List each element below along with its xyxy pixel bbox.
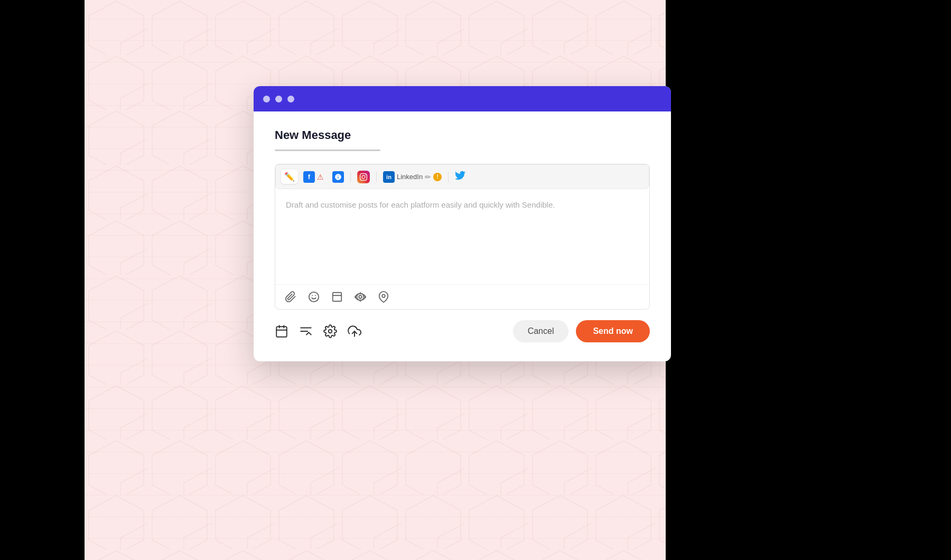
svg-point-8 [357,294,364,301]
compose-placeholder: Draft and customise posts for each platf… [286,200,555,209]
titlebar-dot-2 [275,96,282,102]
titlebar-dot-1 [263,96,270,102]
svg-point-16 [329,330,332,333]
svg-point-9 [382,294,385,297]
location-button[interactable] [377,290,390,304]
emoji-button[interactable] [307,290,321,304]
tab-divider-2 [376,172,377,182]
tab-twitter[interactable] [452,168,469,185]
linkedin-pencil-icon: ✏ [425,173,431,181]
facebook-warning-icon: ⚠ [317,173,324,181]
svg-point-3 [309,292,319,302]
instagram-icon [357,171,370,183]
bottom-actions: Cancel Send now [275,310,650,347]
tab-linkedin[interactable]: in LinkedIn ✏ ! [380,169,445,185]
preview-button[interactable] [353,290,367,304]
modal-titlebar [254,86,671,111]
tab-divider-3 [448,172,449,182]
platform-tabs: ✏️ f ⚠ [275,164,649,189]
facebook-page-icon [332,171,344,183]
modal-body: New Message ✏️ f ⚠ [254,111,671,361]
linkedin-label: LinkedIn [397,173,423,181]
compose-area: ✏️ f ⚠ [275,164,650,310]
linkedin-info-icon: ! [433,173,442,181]
twitter-icon [455,170,465,183]
attachment-button[interactable] [284,290,297,304]
svg-rect-6 [333,293,342,302]
send-now-button[interactable]: Send now [576,320,650,342]
action-icons [275,324,361,338]
tab-all[interactable]: ✏️ [281,170,298,184]
schedule-button[interactable] [275,324,288,338]
svg-rect-10 [276,326,287,337]
cancel-button[interactable]: Cancel [513,320,569,342]
title-divider [275,150,380,151]
tab-facebook[interactable]: f ⚠ [300,169,327,185]
tab-divider-1 [350,172,351,182]
queue-button[interactable] [299,324,313,338]
compose-bottom-bar [275,284,649,309]
linkedin-icon: in [383,171,395,183]
facebook-icon: f [303,171,315,183]
settings-button[interactable] [323,324,337,338]
tab-facebook-page[interactable] [329,169,347,185]
button-row: Cancel Send now [513,320,650,342]
compose-modal: New Message ✏️ f ⚠ [254,86,671,361]
pencil-all-icon: ✏️ [284,172,295,182]
media-button[interactable] [330,290,344,304]
modal-title: New Message [275,128,650,142]
titlebar-dot-3 [287,96,294,102]
compose-text-area[interactable]: Draft and customise posts for each platf… [275,189,649,284]
svg-point-7 [359,295,362,298]
tab-instagram[interactable] [354,169,373,185]
export-button[interactable] [348,324,361,338]
